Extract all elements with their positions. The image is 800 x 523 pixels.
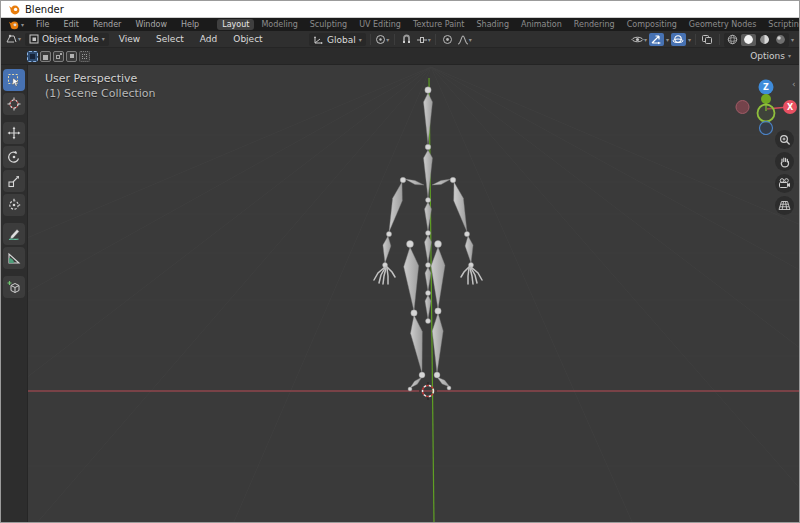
tool-scale[interactable] — [3, 170, 25, 192]
workspace-tabs: Layout Modeling Sculpting UV Editing Tex… — [216, 18, 800, 31]
perspective-grid-icon — [778, 200, 791, 211]
chevron-down-icon[interactable]: ▾ — [688, 37, 691, 43]
snap-toggle[interactable] — [399, 33, 414, 46]
collection-filter-2[interactable] — [40, 51, 51, 62]
tool-add-cube[interactable] — [3, 276, 25, 298]
chevron-down-icon: ▾ — [469, 37, 472, 43]
collection-icon — [56, 55, 60, 59]
workspace-tab-sculpting[interactable]: Sculpting — [305, 19, 352, 30]
blender-menu-button[interactable]: ▾ — [1, 18, 29, 31]
proportional-falloff-dropdown[interactable]: ▾ — [457, 33, 472, 46]
viewport-3d[interactable]: User Perspective (1) Scene Collection Z … — [1, 65, 800, 523]
chevron-down-icon[interactable]: ▾ — [666, 37, 669, 43]
tool-annotate[interactable] — [3, 223, 25, 245]
tool-cursor[interactable] — [3, 93, 25, 115]
tool-move[interactable] — [3, 122, 25, 144]
mode-selector[interactable]: Object Mode ▾ — [25, 33, 109, 46]
mode-label: Object Mode — [42, 34, 99, 44]
workspace-tab-animation[interactable]: Animation — [516, 19, 567, 30]
sidebar-toggle[interactable]: ‹ — [792, 79, 796, 89]
divider — [435, 34, 436, 45]
measure-icon — [7, 251, 21, 265]
perspective-toggle-button[interactable] — [775, 196, 794, 215]
menu-window[interactable]: Window — [128, 18, 174, 31]
workspace-tab-compositing[interactable]: Compositing — [622, 19, 682, 30]
show-overlays-toggle[interactable] — [671, 33, 686, 46]
tool-tweak-select[interactable] — [3, 69, 25, 91]
tool-settings-bar: Options ▾ — [1, 48, 799, 65]
toggle-xray[interactable] — [700, 33, 715, 46]
zoom-button[interactable] — [775, 130, 794, 149]
shading-solid-button[interactable] — [741, 34, 756, 46]
add-cube-icon — [7, 280, 21, 294]
options-label: Options — [750, 51, 785, 61]
gizmo-axis-x-neg[interactable] — [736, 101, 749, 114]
shading-rendered-button[interactable] — [773, 34, 788, 46]
view-name-label: User Perspective — [45, 71, 156, 86]
workspace-tab-modeling[interactable]: Modeling — [256, 19, 302, 30]
divider — [695, 34, 696, 45]
menu-view[interactable]: View — [113, 34, 146, 44]
options-dropdown[interactable]: Options ▾ — [750, 51, 791, 61]
menu-object[interactable]: Object — [227, 34, 268, 44]
divider — [719, 34, 720, 45]
blender-logo-icon — [8, 19, 19, 30]
collection-filter-3[interactable] — [53, 51, 64, 62]
collection-visibility-group — [27, 51, 92, 62]
armature-object[interactable] — [374, 87, 482, 391]
workspace-tab-layout[interactable]: Layout — [217, 19, 254, 30]
proportional-editing-toggle[interactable] — [440, 33, 455, 46]
menu-file[interactable]: File — [29, 18, 56, 31]
pivot-point-dropdown[interactable]: ▾ — [375, 33, 390, 46]
menu-select[interactable]: Select — [150, 34, 190, 44]
show-gizmos-toggle[interactable] — [649, 33, 664, 46]
rotate-icon — [7, 150, 21, 164]
chevron-down-icon: ▾ — [18, 36, 21, 42]
falloff-curve-icon — [457, 35, 469, 45]
magnet-icon — [401, 34, 412, 45]
shading-solid-icon — [743, 34, 754, 45]
gizmo-axis-z-neg[interactable] — [760, 122, 773, 135]
menu-add[interactable]: Add — [194, 34, 223, 44]
shading-material-button[interactable] — [757, 34, 772, 46]
shading-wireframe-icon — [727, 34, 738, 45]
workspace-tab-uv-editing[interactable]: UV Editing — [354, 19, 406, 30]
snap-with-dropdown[interactable]: ▾ — [416, 33, 431, 46]
collection-filter-5[interactable] — [79, 51, 90, 62]
move-icon — [7, 126, 21, 140]
camera-view-button[interactable] — [775, 174, 794, 193]
object-type-visibility-dropdown[interactable]: ▾ — [631, 33, 647, 46]
workspace-tab-rendering[interactable]: Rendering — [569, 19, 620, 30]
scale-icon — [7, 174, 21, 188]
menu-help[interactable]: Help — [174, 18, 206, 31]
workspace-tab-geometry-nodes[interactable]: Geometry Nodes — [684, 19, 761, 30]
collection-filter-1[interactable] — [27, 51, 38, 62]
chevron-down-icon: ▾ — [102, 36, 105, 42]
shading-wireframe-button[interactable] — [725, 34, 740, 46]
tool-transform[interactable] — [3, 194, 25, 216]
gizmo-axis-y[interactable] — [761, 94, 771, 104]
navigation-gizmo[interactable]: Z X — [734, 73, 798, 135]
pivot-point-icon — [375, 34, 386, 45]
workspace-tab-texture-paint[interactable]: Texture Paint — [408, 19, 470, 30]
tool-rotate[interactable] — [3, 146, 25, 168]
workspace-tab-shading[interactable]: Shading — [472, 19, 515, 30]
collection-filter-4[interactable] — [66, 51, 77, 62]
menu-edit[interactable]: Edit — [56, 18, 86, 31]
tool-measure[interactable] — [3, 247, 25, 269]
snap-target-icon — [416, 35, 428, 45]
chevron-left-icon: ‹ — [792, 79, 796, 89]
workspace-tab-scripting[interactable]: Scripting — [763, 19, 800, 30]
os-titlebar: Blender — [1, 1, 799, 18]
viewport-nav-buttons — [775, 130, 794, 215]
chevron-down-icon[interactable]: ▾ — [791, 37, 794, 43]
transform-orientation-dropdown[interactable]: Global ▾ — [309, 33, 366, 46]
blender-logo-icon — [8, 3, 20, 15]
collection-icon — [82, 54, 87, 59]
gizmo-axis-y-neg[interactable] — [758, 105, 775, 122]
orientation-axes-icon — [313, 35, 324, 45]
viewport-header: ▾ Object Mode ▾ View Select Add Object — [1, 31, 799, 48]
pan-button[interactable] — [775, 152, 794, 171]
menu-render[interactable]: Render — [86, 18, 128, 31]
editor-type-selector[interactable]: ▾ — [5, 33, 21, 46]
